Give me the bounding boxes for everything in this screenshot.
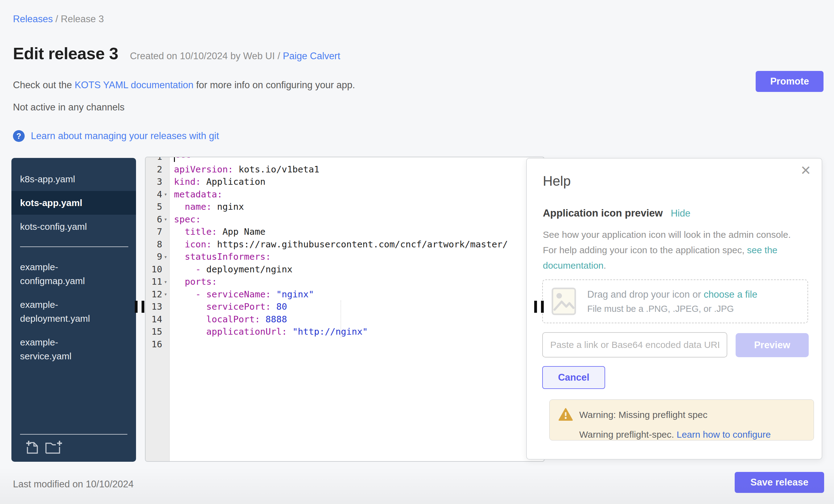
fold-arrow-icon[interactable]: ▾ [162, 279, 169, 285]
save-release-button[interactable]: Save release [735, 472, 824, 493]
description-period: . [603, 260, 606, 270]
code-line[interactable]: 1▾--- [146, 157, 544, 163]
code-line-text: kind: Application [170, 176, 266, 187]
created-text: Created on 10/10/2024 by Web UI / [130, 50, 283, 61]
file-list-examples: example- configmap.yamlexample- deployme… [12, 255, 136, 368]
dropzone-label: Drag and drop your icon or choose a file [587, 289, 757, 300]
line-number: 12▾ [146, 289, 170, 300]
file-list-divider [20, 246, 128, 247]
line-number: 11▾ [146, 276, 170, 287]
code-line[interactable]: 7▾ title: App Name [146, 225, 544, 238]
code-line[interactable]: 15▾ applicationUrl: "http://nginx" [146, 325, 544, 338]
icon-dropzone[interactable]: Drag and drop your icon or choose a file… [542, 280, 808, 323]
line-number: 9▾ [146, 251, 170, 262]
line-number: 6▾ [146, 214, 170, 224]
close-icon[interactable]: ✕ [800, 163, 811, 178]
pane-resize-handle-left[interactable] [135, 301, 144, 313]
code-line-text: icon: https://raw.githubusercontent.com/… [170, 239, 508, 249]
code-line-text: spec: [170, 214, 201, 224]
fold-arrow-icon[interactable]: ▾ [162, 191, 169, 197]
preflight-warning: Warning: Missing preflight spec Warning … [549, 399, 814, 440]
breadcrumb: Releases / Release 3 [13, 14, 104, 25]
code-line[interactable]: 5▾ name: nginx [146, 200, 544, 213]
code-line-text: statusInformers: [170, 251, 271, 262]
line-number: 3▾ [146, 176, 170, 187]
learn-configure-link[interactable]: Learn how to configure [677, 429, 771, 440]
code-line-text: servicePort: 80 [170, 301, 287, 312]
line-number: 13▾ [146, 301, 170, 312]
question-icon: ? [13, 130, 25, 142]
code-line[interactable]: 12▾ - serviceName: "nginx" [146, 288, 544, 301]
sidebar-file-kots-config-yaml[interactable]: kots-config.yaml [12, 215, 136, 238]
kots-yaml-doc-link[interactable]: KOTS YAML documentation [75, 80, 193, 90]
preview-button[interactable]: Preview [736, 333, 809, 357]
code-line[interactable]: 8▾ icon: https://raw.githubusercontent.c… [146, 238, 544, 251]
help-panel: ✕ Help Application icon preview Hide See… [526, 158, 822, 460]
line-number: 4▾ [146, 189, 170, 200]
git-releases-link[interactable]: Learn about managing your releases with … [31, 130, 219, 141]
pane-resize-handle-right[interactable] [534, 301, 544, 313]
line-number: 14▾ [146, 314, 170, 325]
title-row: Edit release 3 Created on 10/10/2024 by … [13, 44, 340, 63]
author-link[interactable]: Paige Calvert [283, 50, 340, 61]
sidebar-file-k8s-app-yaml[interactable]: k8s-app.yaml [12, 167, 136, 191]
code-line-text: - serviceName: "nginx" [170, 289, 314, 300]
code-line[interactable]: 14▾ localPort: 8888 [146, 313, 544, 326]
line-number: 10▾ [146, 264, 170, 275]
line-number: 16▾ [146, 339, 170, 349]
code-line-text: name: nginx [170, 201, 244, 212]
code-line-text: applicationUrl: "http://nginx" [170, 326, 368, 337]
indent-guide [341, 301, 341, 338]
warning-detail-text: Warning preflight-spec. [579, 429, 677, 440]
line-number: 7▾ [146, 226, 170, 237]
line-number: 5▾ [146, 201, 170, 212]
created-meta: Created on 10/10/2024 by Web UI / Paige … [130, 50, 340, 62]
code-line-text: ports: [170, 276, 217, 287]
sidebar-actions [20, 434, 127, 457]
icon-preview-title: Application icon preview [543, 207, 663, 219]
code-line[interactable]: 9▾ statusInformers: [146, 250, 544, 263]
channel-status: Not active in any channels [13, 102, 125, 113]
page-title: Edit release 3 [13, 44, 118, 63]
code-line[interactable]: 4▾metadata: [146, 188, 544, 201]
resize-bar [135, 301, 137, 313]
sidebar-file-kots-app-yaml[interactable]: kots-app.yaml [12, 191, 136, 215]
code-line[interactable]: 10▾ - deployment/nginx [146, 263, 544, 276]
last-modified-text: Last modified on 10/10/2024 [13, 479, 134, 490]
doc-suffix: for more info on configuring your app. [193, 80, 355, 90]
code-line[interactable]: 6▾spec: [146, 213, 544, 226]
git-help-row: ? Learn about managing your releases wit… [13, 130, 219, 142]
text-cursor [174, 157, 175, 162]
doc-line: Check out the KOTS YAML documentation fo… [13, 80, 355, 91]
new-file-icon[interactable] [25, 440, 39, 454]
code-line-text: --- [170, 157, 191, 162]
edit-release-page: Releases / Release 3 Edit release 3 Crea… [0, 0, 834, 504]
code-line[interactable]: 11▾ ports: [146, 276, 544, 288]
yaml-editor[interactable]: 1▾---2▾apiVersion: kots.io/v1beta13▾kind… [145, 157, 545, 462]
code-line[interactable]: 16▾ [146, 338, 544, 351]
code-line-text: metadata: [170, 189, 222, 200]
choose-file-link[interactable]: choose a file [704, 289, 757, 300]
icon-url-input[interactable] [542, 332, 727, 357]
fold-arrow-icon[interactable]: ▾ [162, 216, 169, 222]
fold-arrow-icon[interactable]: ▾ [162, 291, 169, 297]
code-line[interactable]: 3▾kind: Application [146, 176, 544, 188]
new-folder-icon[interactable] [45, 440, 63, 454]
breadcrumb-current: Release 3 [61, 14, 104, 24]
code-line-text: title: App Name [170, 226, 266, 237]
warning-icon [558, 408, 573, 421]
doc-prefix: Check out the [13, 80, 75, 90]
code-line[interactable]: 13▾ servicePort: 80 [146, 301, 544, 313]
code-line[interactable]: 2▾apiVersion: kots.io/v1beta1 [146, 163, 544, 176]
breadcrumb-releases-link[interactable]: Releases [13, 14, 53, 24]
help-panel-title: Help [543, 173, 571, 189]
fold-arrow-icon[interactable]: ▾ [162, 254, 169, 260]
cancel-button[interactable]: Cancel [542, 366, 605, 389]
sidebar-file-example-configmap-yaml[interactable]: example- configmap.yaml [12, 255, 136, 293]
sidebar-file-example-service-yaml[interactable]: example-service.yaml [12, 330, 136, 368]
promote-button[interactable]: Promote [756, 71, 824, 92]
line-number: 1▾ [146, 157, 170, 162]
hide-link[interactable]: Hide [671, 208, 690, 219]
line-number: 15▾ [146, 326, 170, 337]
sidebar-file-example-deployment-yaml[interactable]: example- deployment.yaml [12, 293, 136, 330]
